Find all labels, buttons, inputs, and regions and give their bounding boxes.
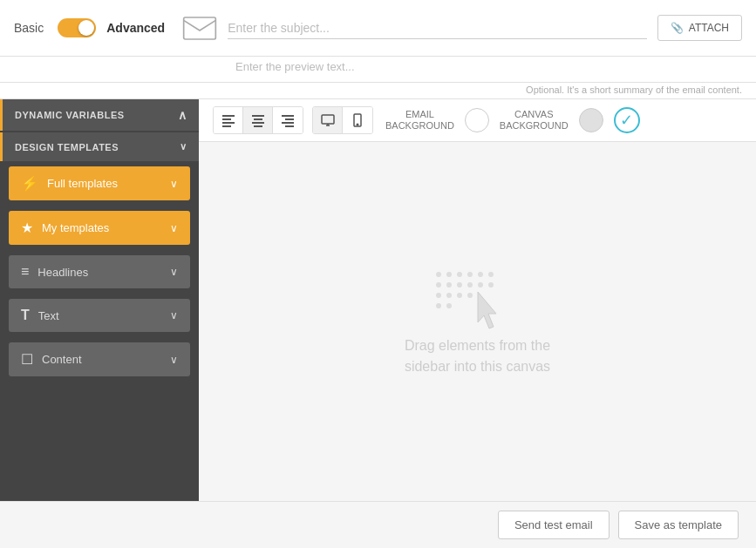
svg-rect-9: [282, 115, 294, 117]
text-button[interactable]: T Text ∨: [9, 299, 190, 332]
text-chevron: ∨: [170, 309, 178, 321]
svg-point-32: [457, 293, 462, 298]
desktop-view-button[interactable]: [313, 107, 343, 133]
svg-point-20: [457, 272, 462, 277]
canvas-background-color[interactable]: [579, 108, 603, 132]
content-icon: ☐: [21, 351, 33, 368]
svg-point-27: [467, 282, 473, 288]
svg-rect-5: [252, 115, 264, 117]
canvas-drop-zone[interactable]: Drag elements from the sidebar into this…: [199, 142, 756, 501]
svg-point-26: [457, 282, 462, 288]
svg-rect-4: [222, 125, 231, 127]
sidebar: DYNAMIC VARIABLES ∧ DESIGN TEMPLATES ∨ ⚡…: [0, 99, 199, 501]
save-template-button[interactable]: Save as template: [618, 511, 739, 539]
email-background-color[interactable]: [465, 108, 489, 132]
svg-point-17: [357, 124, 358, 125]
svg-point-24: [436, 282, 441, 288]
view-group: [312, 106, 373, 134]
svg-rect-2: [222, 118, 231, 120]
svg-rect-3: [222, 122, 235, 124]
align-center-button[interactable]: [243, 107, 273, 133]
svg-point-23: [488, 272, 494, 277]
svg-rect-6: [254, 118, 262, 120]
svg-point-19: [446, 272, 452, 277]
my-templates-chevron: ∨: [170, 222, 178, 234]
advanced-label: Advanced: [106, 21, 165, 35]
full-templates-button[interactable]: ⚡ Full templates ∨: [9, 166, 190, 200]
svg-point-18: [436, 272, 441, 277]
my-templates-button[interactable]: ★ My templates ∨: [9, 211, 190, 245]
content-chevron: ∨: [170, 354, 178, 366]
canvas-toolbar: EMAIL BACKGROUND CANVAS BACKGROUND ✓: [199, 99, 756, 142]
design-templates-section[interactable]: DESIGN TEMPLATES ∨: [0, 132, 199, 161]
bolt-icon: ⚡: [21, 175, 38, 192]
dynamic-variables-chevron: ∧: [178, 108, 187, 122]
svg-point-29: [488, 282, 494, 288]
paperclip-icon: 📎: [671, 22, 684, 34]
canvas-area: EMAIL BACKGROUND CANVAS BACKGROUND ✓: [199, 99, 756, 501]
toggle-knob: [78, 20, 94, 36]
bottom-bar: Send test email Save as template: [0, 501, 756, 548]
full-templates-chevron: ∨: [170, 178, 178, 190]
optional-hint: Optional. It's a short summary of the em…: [0, 83, 756, 99]
headlines-chevron: ∨: [170, 266, 178, 278]
svg-point-22: [478, 272, 483, 277]
basic-label: Basic: [14, 21, 44, 35]
svg-marker-36: [478, 292, 496, 328]
send-test-button[interactable]: Send test email: [498, 511, 610, 539]
svg-point-33: [467, 293, 473, 298]
star-icon: ★: [21, 220, 33, 236]
svg-rect-7: [252, 122, 264, 124]
top-bar: Basic Advanced 📎 ATTACH: [0, 0, 756, 57]
email-icon: [182, 13, 217, 44]
preview-input[interactable]: [235, 57, 742, 77]
svg-point-28: [478, 282, 483, 288]
email-background-label: EMAIL BACKGROUND: [385, 109, 454, 132]
confirm-button[interactable]: ✓: [614, 107, 640, 133]
canvas-background-label: CANVAS BACKGROUND: [500, 109, 569, 132]
svg-point-35: [446, 303, 452, 308]
svg-point-25: [446, 282, 452, 288]
svg-rect-1: [222, 115, 235, 117]
design-templates-chevron: ∨: [180, 141, 187, 152]
headlines-button[interactable]: ≡ Headlines ∨: [9, 255, 190, 288]
svg-rect-11: [282, 122, 294, 124]
dynamic-variables-section[interactable]: DYNAMIC VARIABLES ∧: [0, 99, 199, 131]
drag-hint-text: Drag elements from the sidebar into this…: [405, 335, 550, 377]
headlines-icon: ≡: [21, 264, 29, 280]
svg-rect-8: [254, 125, 262, 127]
mobile-view-button[interactable]: [343, 107, 372, 133]
align-right-button[interactable]: [273, 107, 303, 133]
svg-rect-13: [322, 115, 334, 124]
drag-illustration: [430, 266, 526, 335]
svg-rect-0: [184, 17, 216, 39]
svg-point-21: [467, 272, 473, 277]
svg-point-30: [436, 293, 441, 298]
preview-row: [0, 57, 756, 83]
align-left-button[interactable]: [214, 107, 243, 133]
svg-point-34: [436, 303, 441, 308]
main-content: DYNAMIC VARIABLES ∧ DESIGN TEMPLATES ∨ ⚡…: [0, 99, 756, 501]
attach-button[interactable]: 📎 ATTACH: [657, 15, 742, 41]
content-button[interactable]: ☐ Content ∨: [9, 342, 190, 376]
subject-input[interactable]: [228, 17, 647, 39]
alignment-group: [213, 106, 303, 134]
svg-point-31: [446, 293, 452, 298]
toggle-switch[interactable]: [58, 18, 96, 37]
svg-rect-10: [285, 118, 294, 120]
text-icon: T: [21, 308, 30, 323]
svg-rect-12: [285, 125, 294, 127]
